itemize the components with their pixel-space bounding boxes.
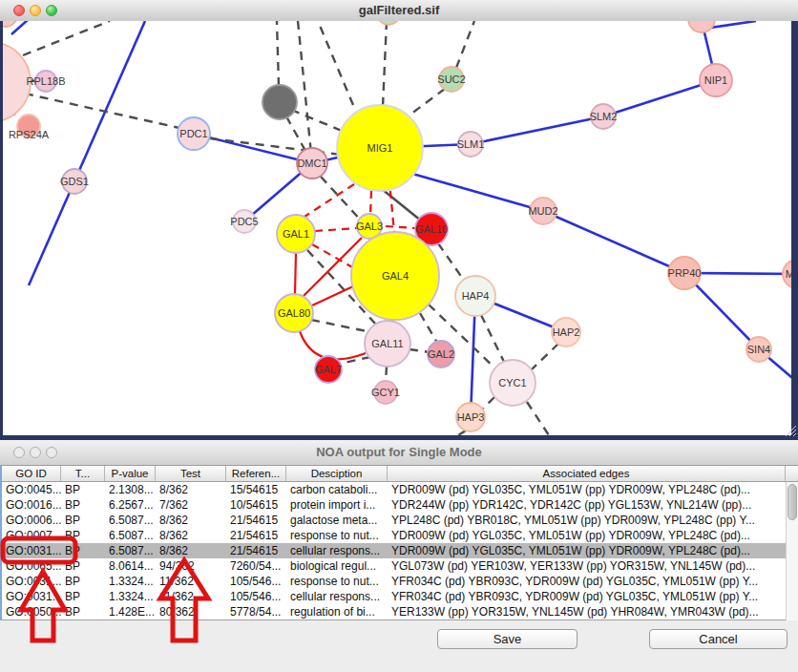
network-edge[interactable] [543,211,684,273]
network-edge[interactable] [318,21,353,105]
table-cell: 21/54615 [226,528,286,543]
table-cell: BP [61,513,105,528]
network-edge[interactable] [29,21,145,285]
table-cell: YFR034C (pd) YBR093C, YDR009W (pd) YGL03… [388,589,786,604]
network-edge[interactable] [456,21,474,68]
table-cell: protein import i... [286,497,388,513]
close-button[interactable] [13,5,25,16]
cancel-button[interactable]: Cancel [649,629,788,649]
zoom-button[interactable] [46,447,57,458]
column-header-t-[interactable]: T... [61,466,105,481]
table-cell: GO:0050... [2,604,61,620]
network-edge[interactable] [386,226,415,228]
table-cell: biological regul... [286,558,388,574]
table-cell: YFR034C (pd) YBR093C, YDR009W (pd) YGL03… [388,574,786,589]
network-edge[interactable] [386,367,387,382]
network-edge[interactable] [286,116,305,151]
table-row[interactable]: GO:0045...BP2.1308...8/36215/54615carbon… [2,482,786,497]
table-row[interactable]: GO:0031...BP1.3324...11/362105/546...res… [2,574,786,589]
node-label-PDC5: PDC5 [230,216,258,227]
table-scrollbar[interactable] [786,482,798,620]
table-cell: 6.2567... [105,497,156,513]
table-cell: 2.1308... [105,482,156,497]
table-row[interactable]: GO:0031...BP6.5087...8/36221/54615cellul… [2,543,786,558]
table-row[interactable]: GO:0006...BP6.5087...8/36221/54615galact… [2,513,786,528]
network-canvas[interactable]: RPL18BRPS24AGDS1PDC1DMC1MIG1SUC2NIP1SLM2… [0,21,798,435]
node-label-HAP3: HAP3 [457,411,485,423]
noa-output-window: NOA output for Single Mode GO IDT...P-va… [0,440,798,672]
network-edge[interactable] [312,244,354,268]
network-edge[interactable] [408,89,445,116]
network-edge[interactable] [295,253,296,294]
table-cell: 15/54615 [226,482,286,497]
table-cell: 80/362 [156,604,226,620]
network-edge[interactable] [483,397,494,409]
node-label-HAP4: HAP4 [462,290,490,302]
node-label-PDC1: PDC1 [179,128,207,139]
node-label-HAP2: HAP2 [553,326,580,338]
column-header-test[interactable]: Test [156,466,226,481]
network-edge[interactable] [25,94,179,128]
table-cell: 10/54615 [226,497,286,513]
column-header-p-value[interactable]: P-value [105,466,156,481]
table-row[interactable]: GO:0065...BP8.0614...94/3627260/54...bio… [2,558,786,574]
table-cell: 8/362 [156,482,226,497]
table-cell: YDR244W (pp) YDR142C, YDR142C (pp) YGL15… [388,497,786,513]
resize-grip[interactable] [783,424,797,437]
node-label-GAL3: GAL3 [356,220,383,232]
network-edge[interactable] [410,349,430,352]
scrollbar-thumb[interactable] [788,484,797,520]
network-edge[interactable] [383,21,387,107]
network-edge[interactable] [311,320,367,331]
noa-window-titlebar[interactable]: NOA output for Single Mode [0,440,798,466]
node-label-CYC1: CYC1 [498,377,526,388]
network-node-top-right[interactable] [688,21,715,32]
network-edge[interactable] [438,243,465,282]
window-title: NOA output for Single Mode [316,445,482,459]
column-header-go-id[interactable]: GO ID [2,466,61,481]
column-header-desciption[interactable]: Desciption [286,466,388,481]
table-cell: BP [61,589,105,604]
network-edge[interactable] [603,80,716,116]
table-row[interactable]: GO:0016...BP6.2567...7/36210/54615protei… [2,497,786,513]
table-row[interactable]: GO:0007...BP6.5087...8/36221/54615respon… [2,528,786,543]
node-label-GCY1: GCY1 [371,387,400,398]
save-button[interactable]: Save [437,629,578,649]
network-edge[interactable] [406,172,543,211]
network-edge[interactable] [277,21,279,86]
network-edge[interactable] [527,402,551,435]
network-edge[interactable] [531,344,558,370]
network-edge[interactable] [291,110,342,131]
table-row[interactable]: GO:0050...BP1.428E...80/3625778/54...reg… [2,604,786,620]
table-row[interactable]: GO:0031...BP1.3324...11/362105/546...cel… [2,589,786,604]
network-node-top-green[interactable] [377,21,400,25]
zoom-button[interactable] [46,5,57,16]
network-edge[interactable] [300,331,366,359]
network-edge[interactable] [315,228,357,231]
network-edge[interactable] [471,116,603,144]
column-header-referen-[interactable]: Referen... [226,466,286,481]
network-node-gray-node[interactable] [262,85,297,119]
network-graph[interactable]: RPL18BRPS24AGDS1PDC1DMC1MIG1SUC2NIP1SLM2… [0,21,798,435]
canvas-border-right [791,21,798,440]
minimize-button[interactable] [30,447,41,458]
network-window-titlebar[interactable]: galFiltered.sif [0,0,798,22]
network-edge[interactable] [481,315,504,362]
table-cell: 21/54615 [226,513,286,528]
table-cell: cellular respons... [286,589,388,604]
window-title: galFiltered.sif [359,3,440,17]
table-cell: BP [61,497,105,513]
node-label-GAL7: GAL7 [315,364,342,375]
network-edge[interactable] [370,191,371,215]
network-edge[interactable] [298,21,312,163]
table-cell: 5778/54... [226,604,286,620]
close-button[interactable] [13,447,25,458]
column-header-associated-edges[interactable]: Associated edges [388,466,786,481]
node-label-GDS1: GDS1 [60,176,89,187]
network-edge[interactable] [23,21,110,55]
table-cell: 8/362 [156,528,226,543]
network-edge[interactable] [312,286,353,305]
network-edge[interactable] [420,313,437,343]
minimize-button[interactable] [30,5,41,16]
network-edge[interactable] [304,184,354,217]
